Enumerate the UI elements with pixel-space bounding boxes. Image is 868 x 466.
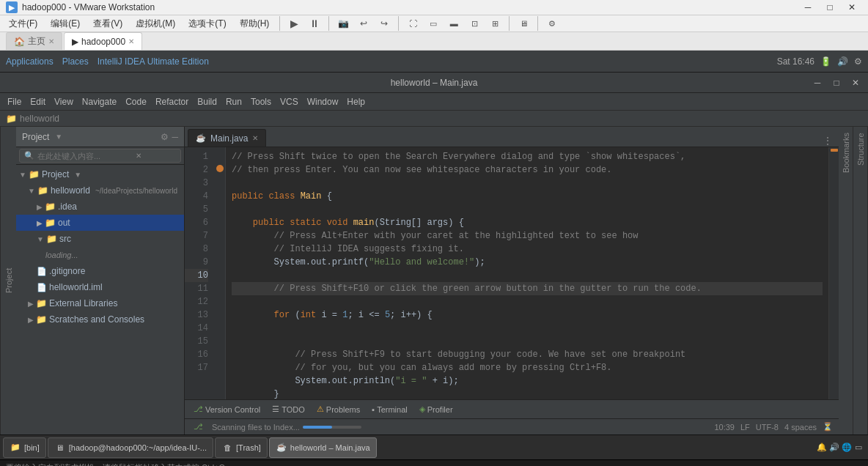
toolbar-sep2 xyxy=(328,16,329,31)
system-time: Sat 16:46 🔋 🔊 ⚙ xyxy=(777,56,862,67)
bookmarks-sidebar[interactable]: Bookmarks xyxy=(839,127,853,434)
intellij-link[interactable]: IntelliJ IDEA Ultimate Edition xyxy=(98,56,209,67)
ij-menu-edit[interactable]: Edit xyxy=(26,95,50,108)
ij-minimize-btn[interactable]: ─ xyxy=(808,75,827,91)
ij-menu-help[interactable]: Help xyxy=(342,95,369,108)
line-col-status[interactable]: 10:39 xyxy=(714,423,735,432)
toolbar-restore-btn[interactable]: ↩ xyxy=(354,15,373,32)
toolbar-revert-btn[interactable]: ↪ xyxy=(375,15,394,32)
taskbar-terminal-label: [hadoop@hadoop000:~/app/idea-IU-... xyxy=(69,443,207,452)
indent-status[interactable]: 4 spaces xyxy=(784,423,817,432)
taskbar-item-trash[interactable]: 🗑 [Trash] xyxy=(215,437,268,458)
places-link[interactable]: Places xyxy=(62,56,89,67)
project-settings-icon[interactable]: ⚙ xyxy=(161,132,169,142)
tree-item-gitignore[interactable]: 📄 .gitignore xyxy=(16,263,184,279)
project-dropdown-icon[interactable]: ▼ xyxy=(55,133,62,141)
terminal-btn[interactable]: ▪ Terminal xyxy=(369,404,410,415)
tree-item-project[interactable]: ▼ 📁 Project ▼ xyxy=(16,166,184,182)
ij-menu-code[interactable]: Code xyxy=(121,95,151,108)
taskbar-bin-label: [bin] xyxy=(24,443,40,452)
menu-vm[interactable]: 虚拟机(M) xyxy=(130,16,181,32)
menu-tabs[interactable]: 选项卡(T) xyxy=(183,16,232,32)
tree-item-src[interactable]: ▼ 📁 src xyxy=(16,231,184,247)
ij-menu-run[interactable]: Run xyxy=(221,95,246,108)
project-search-input[interactable] xyxy=(37,152,133,160)
toolbar-view2-btn[interactable]: ▬ xyxy=(444,15,463,32)
ij-menu-vcs[interactable]: VCS xyxy=(276,95,303,108)
home-tab-label: 主页 xyxy=(28,35,45,48)
project-panel: Project ▼ ⚙ ─ 🔍 ✕ xyxy=(16,127,185,434)
toolbar-separator xyxy=(279,16,280,31)
tree-item-scratches[interactable]: ▶ 📁 Scratches and Consoles xyxy=(16,311,184,328)
editor-gear-btn[interactable]: ⋮ xyxy=(817,135,839,147)
ij-main-area: Project Project ▼ ⚙ ─ xyxy=(0,127,868,434)
taskbar-minimize-all[interactable]: ▭ xyxy=(855,443,862,452)
tree-item-helloworld[interactable]: ▼ 📁 helloworld ~/IdeaProjects/helloworld xyxy=(16,182,184,199)
toolbar-view4-btn[interactable]: ⊞ xyxy=(485,15,504,32)
ij-menu-file[interactable]: File xyxy=(3,95,26,108)
toolbar-snapshot-btn[interactable]: 📷 xyxy=(334,15,353,32)
vm-taskbar: 📁 [bin] 🖥 [hadoop@hadoop000:~/app/idea-I… xyxy=(0,434,868,459)
menu-edit[interactable]: 编辑(E) xyxy=(45,16,86,32)
tree-item-ext-libs[interactable]: ▶ 📁 External Libraries xyxy=(16,295,184,311)
menu-help[interactable]: 帮助(H) xyxy=(234,16,276,32)
taskbar-item-terminal[interactable]: 🖥 [hadoop@hadoop000:~/app/idea-IU-... xyxy=(48,437,213,458)
ij-menu-tools[interactable]: Tools xyxy=(246,95,276,108)
status-bar: ⎇ Scanning files to Index... 10:39 xyxy=(185,418,839,434)
taskbar-item-bin[interactable]: 📁 [bin] xyxy=(3,437,46,458)
ij-menu-view[interactable]: View xyxy=(50,95,78,108)
encoding-status[interactable]: UTF-8 xyxy=(756,423,779,432)
maximize-button[interactable]: □ xyxy=(820,0,840,15)
project-search-clear[interactable]: ✕ xyxy=(136,152,141,160)
toolbar-console-btn[interactable]: 🖥 xyxy=(514,15,533,32)
structure-sidebar[interactable]: Structure xyxy=(853,127,868,434)
todo-btn[interactable]: ☰ TODO xyxy=(269,403,308,415)
vmware-tab-home[interactable]: 🏠 主页 ✕ xyxy=(6,32,62,50)
taskbar-item-helloworld[interactable]: ☕ helloworld – Main.java xyxy=(269,437,377,458)
home-tab-close[interactable]: ✕ xyxy=(48,37,54,45)
progress-bar xyxy=(303,426,361,429)
tree-label-ext-libs: External Libraries xyxy=(49,298,117,308)
ext-folder-icon: 📁 xyxy=(36,298,47,308)
close-button[interactable]: ✕ xyxy=(842,0,862,15)
ij-menu-refactor[interactable]: Refactor xyxy=(151,95,193,108)
ij-maximize-btn[interactable]: □ xyxy=(827,75,846,91)
git-branch-btn[interactable]: ⎇ xyxy=(191,421,206,433)
version-control-btn[interactable]: ⎇ Version Control xyxy=(191,403,263,415)
vmware-tab-hadoop[interactable]: ▶ hadoop000 ✕ xyxy=(64,32,142,50)
gitignore-icon: 📄 xyxy=(37,267,47,276)
out-folder-icon: 📁 xyxy=(45,218,56,228)
applications-link[interactable]: Applications xyxy=(6,56,54,67)
menu-view[interactable]: 查看(V) xyxy=(87,16,128,32)
toolbar-view1-btn[interactable]: ▭ xyxy=(424,15,443,32)
ij-menu-build[interactable]: Build xyxy=(193,95,221,108)
intellij-window: helloworld – Main.java ─ □ ✕ File Edit V… xyxy=(0,73,868,434)
ij-menu-window[interactable]: Window xyxy=(303,95,343,108)
menu-file[interactable]: 文件(F) xyxy=(3,16,43,32)
vm-notification: 要将输入定向到该虚拟机，请将鼠标指针移入其中或按 Ctrl+G。 xyxy=(0,459,868,466)
toolbar-settings-btn[interactable]: ⚙ xyxy=(542,15,562,32)
project-close-icon[interactable]: ─ xyxy=(172,132,178,142)
editor-tab-close[interactable]: ✕ xyxy=(252,134,258,142)
editor-tab-main[interactable]: ☕ Main.java ✕ xyxy=(188,129,266,147)
breadcrumb-folder-icon: 📁 xyxy=(6,114,17,124)
code-editor[interactable]: 1 2 3 4 5 6 7 8 9 10 11 12 13 xyxy=(185,147,839,399)
code-content[interactable]: // Press Shift twice to open the Search … xyxy=(226,147,828,399)
tree-item-idea[interactable]: ▶ 📁 .idea xyxy=(16,199,184,215)
problems-btn[interactable]: ⚠ Problems xyxy=(314,403,363,415)
profiler-btn[interactable]: ◈ Profiler xyxy=(416,403,456,415)
line-ending-status[interactable]: LF xyxy=(740,423,750,432)
notification-text: 要将输入定向到该虚拟机，请将鼠标指针移入其中或按 Ctrl+G。 xyxy=(6,462,233,466)
tree-item-out[interactable]: ▶ 📁 out xyxy=(16,215,184,231)
toolbar-fullscreen-btn[interactable]: ⛶ xyxy=(403,15,422,32)
tree-label-src: src xyxy=(59,234,71,244)
hadoop-tab-close[interactable]: ✕ xyxy=(128,37,134,45)
toolbar-power-btn[interactable]: ▶ xyxy=(284,15,304,32)
tree-item-iml[interactable]: 📄 helloworld.iml xyxy=(16,279,184,295)
minimize-button[interactable]: ─ xyxy=(798,0,818,15)
ij-close-btn[interactable]: ✕ xyxy=(846,75,865,91)
toolbar-view3-btn[interactable]: ⊡ xyxy=(465,15,484,32)
ij-menu-navigate[interactable]: Navigate xyxy=(78,95,121,108)
project-sidebar-label[interactable]: Project xyxy=(0,127,16,434)
toolbar-pause-btn[interactable]: ⏸ xyxy=(305,15,324,32)
